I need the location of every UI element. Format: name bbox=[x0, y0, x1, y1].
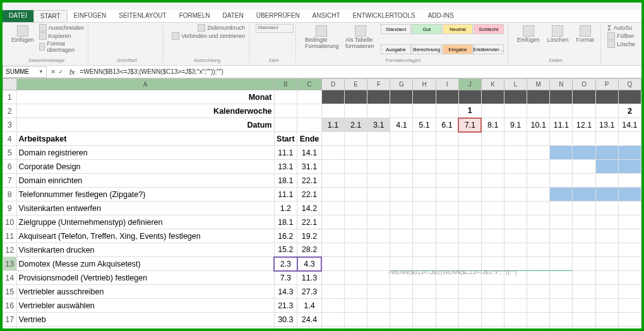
cell[interactable] bbox=[504, 327, 527, 329]
cell[interactable] bbox=[595, 174, 618, 188]
cell[interactable] bbox=[436, 202, 458, 215]
col-header-i[interactable]: I bbox=[436, 79, 458, 90]
task-name[interactable]: Telefonnummer festlegen (Zipgate?) bbox=[16, 188, 274, 202]
task-ende[interactable]: 31.1 bbox=[297, 160, 322, 174]
merge-button[interactable]: Verbinden und zentrieren bbox=[172, 32, 245, 40]
task-start[interactable]: 14.3 bbox=[274, 285, 297, 299]
cell[interactable] bbox=[595, 229, 618, 243]
cell[interactable] bbox=[550, 243, 573, 257]
cell[interactable] bbox=[345, 104, 367, 118]
cell[interactable] bbox=[504, 243, 527, 257]
date-4.1[interactable]: 4.1 bbox=[390, 118, 413, 132]
cell[interactable] bbox=[390, 229, 413, 243]
style-ausgabe[interactable]: Ausgabe bbox=[381, 44, 411, 54]
cell[interactable] bbox=[527, 313, 550, 327]
tab-start[interactable]: START bbox=[33, 10, 68, 22]
cell[interactable] bbox=[274, 327, 297, 329]
name-box[interactable]: SUMME ▼ bbox=[3, 66, 47, 78]
date-2.1[interactable]: 2.1 bbox=[345, 118, 367, 132]
row-header-17[interactable]: 17 bbox=[3, 313, 17, 327]
cell[interactable] bbox=[390, 299, 413, 313]
cell[interactable] bbox=[345, 188, 367, 202]
cell[interactable] bbox=[481, 160, 504, 174]
cell[interactable] bbox=[436, 243, 458, 257]
task-ende[interactable]: 28.2 bbox=[297, 243, 322, 257]
task-name[interactable]: Vertriebler auswählen bbox=[16, 299, 274, 313]
cell[interactable] bbox=[481, 146, 504, 160]
cell[interactable] bbox=[321, 202, 344, 215]
cell[interactable] bbox=[573, 285, 595, 299]
cell[interactable] bbox=[504, 174, 527, 188]
cell[interactable] bbox=[345, 132, 367, 146]
style-schlecht[interactable]: Schlecht bbox=[474, 24, 504, 34]
cell[interactable] bbox=[274, 118, 297, 132]
tab-ansicht[interactable]: ANSICHT bbox=[306, 10, 347, 22]
cell[interactable] bbox=[504, 202, 527, 215]
cell[interactable] bbox=[321, 90, 344, 104]
cell[interactable] bbox=[550, 174, 573, 188]
cell[interactable] bbox=[573, 146, 595, 160]
date-14.1[interactable]: 14.1 bbox=[618, 118, 641, 132]
cell[interactable] bbox=[458, 146, 481, 160]
cell[interactable] bbox=[527, 160, 550, 174]
cell[interactable] bbox=[413, 90, 436, 104]
cell[interactable] bbox=[436, 229, 458, 243]
cell-datum[interactable]: Datum bbox=[16, 118, 274, 132]
cell[interactable] bbox=[367, 243, 390, 257]
cell[interactable] bbox=[481, 299, 504, 313]
task-start[interactable]: 13.1 bbox=[274, 160, 297, 174]
task-start[interactable]: 11.1 bbox=[274, 188, 297, 202]
cell[interactable] bbox=[436, 188, 458, 202]
number-format-select[interactable]: Standard bbox=[256, 24, 294, 33]
cell[interactable] bbox=[413, 299, 436, 313]
cell[interactable] bbox=[595, 104, 618, 118]
cell[interactable] bbox=[618, 202, 641, 215]
cell[interactable] bbox=[297, 118, 322, 132]
cell[interactable] bbox=[573, 271, 595, 285]
cell[interactable] bbox=[504, 299, 527, 313]
cell[interactable] bbox=[618, 299, 641, 313]
cell[interactable] bbox=[527, 215, 550, 229]
cell[interactable] bbox=[527, 202, 550, 215]
cell[interactable] bbox=[573, 215, 595, 229]
cell[interactable] bbox=[481, 215, 504, 229]
cell[interactable] bbox=[321, 285, 344, 299]
cell[interactable] bbox=[436, 285, 458, 299]
cell[interactable] bbox=[573, 188, 595, 202]
cell[interactable] bbox=[345, 160, 367, 174]
cell[interactable] bbox=[390, 90, 413, 104]
cell[interactable] bbox=[573, 104, 595, 118]
cell[interactable] bbox=[321, 146, 344, 160]
cell[interactable] bbox=[504, 104, 527, 118]
task-name[interactable]: Domain einrichten bbox=[16, 174, 274, 188]
task-start[interactable]: 21.3 bbox=[274, 299, 297, 313]
cell[interactable] bbox=[458, 229, 481, 243]
cell[interactable] bbox=[367, 160, 390, 174]
tab-entwicklertools[interactable]: ENTWICKLERTOOLS bbox=[347, 10, 422, 22]
style-erklaren[interactable]: Erklärender… bbox=[474, 44, 504, 54]
cell[interactable] bbox=[618, 285, 641, 299]
cell[interactable] bbox=[274, 104, 297, 118]
tab-daten[interactable]: DATEN bbox=[217, 10, 250, 22]
cell[interactable] bbox=[458, 285, 481, 299]
cell[interactable] bbox=[595, 285, 618, 299]
cell[interactable] bbox=[436, 215, 458, 229]
task-name[interactable]: Vertriebler ausschreiben bbox=[16, 285, 274, 299]
cell[interactable] bbox=[345, 327, 367, 329]
cell[interactable] bbox=[481, 285, 504, 299]
cell[interactable] bbox=[527, 229, 550, 243]
cell[interactable] bbox=[390, 327, 413, 329]
cell[interactable] bbox=[504, 132, 527, 146]
col-header-p[interactable]: P bbox=[595, 79, 618, 90]
row-header-14[interactable]: 14 bbox=[3, 271, 17, 285]
date-9.1[interactable]: 9.1 bbox=[504, 118, 527, 132]
cell[interactable] bbox=[413, 188, 436, 202]
cell[interactable] bbox=[390, 243, 413, 257]
cell[interactable] bbox=[345, 174, 367, 188]
task-ende[interactable]: 11.3 bbox=[297, 271, 322, 285]
style-neutral[interactable]: Neutral bbox=[443, 24, 473, 34]
cell[interactable] bbox=[618, 229, 641, 243]
cell[interactable] bbox=[390, 313, 413, 327]
col-header-n[interactable]: N bbox=[550, 79, 573, 90]
cell[interactable] bbox=[527, 327, 550, 329]
